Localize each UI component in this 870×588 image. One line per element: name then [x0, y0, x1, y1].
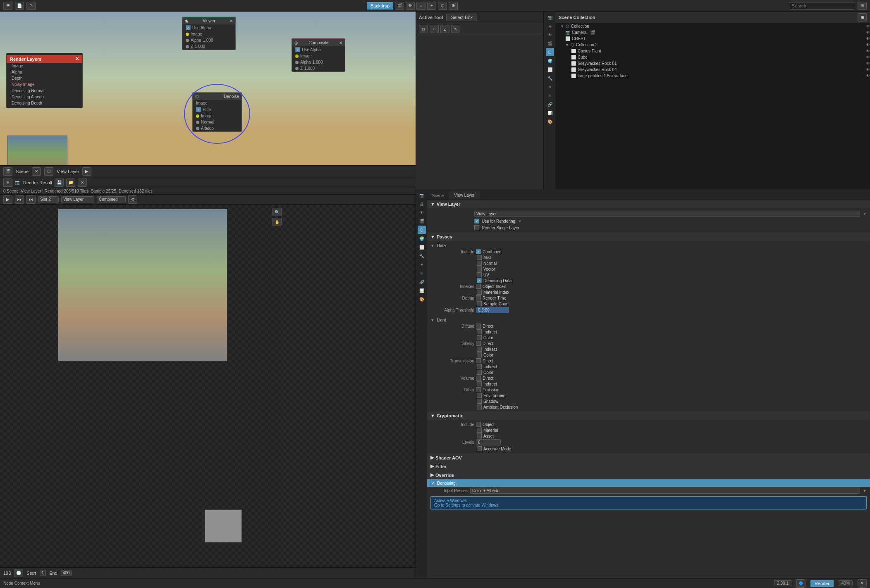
obj-index-cb[interactable]	[476, 284, 481, 289]
object-props-icon[interactable]: ⬜	[546, 65, 554, 74]
phys2-icon[interactable]: ⚛	[418, 269, 426, 277]
crypto-material-cb[interactable]	[477, 428, 482, 433]
emission-cb[interactable]	[476, 387, 481, 392]
normal-cb[interactable]	[477, 261, 482, 266]
physics-props-icon[interactable]: ⚛	[546, 91, 554, 100]
glossy-indirect-cb[interactable]	[477, 347, 482, 352]
vl-icon[interactable]: ⬡	[44, 167, 53, 176]
denoising-close[interactable]: ▼	[863, 488, 867, 493]
sc-collection-eye[interactable]: 👁	[866, 24, 870, 29]
crypto-head[interactable]: ▼ Cryptomatte	[427, 412, 870, 420]
uv-cb[interactable]	[477, 272, 482, 277]
play-icon[interactable]: ▶	[3, 195, 12, 204]
vl-name-field[interactable]: View Layer	[474, 211, 860, 217]
shader-aov-head[interactable]: ▶ Shader AOV	[427, 453, 870, 462]
trans-direct-cb[interactable]	[476, 358, 481, 363]
diffuse-color-cb[interactable]	[477, 335, 482, 340]
blender-menu-icon[interactable]: ☰	[3, 2, 12, 10]
box-icon[interactable]: □	[419, 25, 428, 33]
slot-field[interactable]: Slot 2	[38, 196, 59, 202]
node-icon[interactable]: ⬡	[438, 2, 447, 10]
rr-close-icon[interactable]: ✕	[78, 179, 87, 187]
sc-collection2-arrow[interactable]: ▼	[565, 43, 569, 47]
scene-icon[interactable]: 🎬	[3, 167, 12, 176]
denoise-hdr-cb[interactable]	[196, 107, 201, 112]
viewer-node-close[interactable]: ✕	[229, 19, 233, 23]
viewer-use-alpha-cb[interactable]	[186, 25, 191, 30]
mod2-icon[interactable]: 🔧	[418, 252, 426, 260]
composite-use-alpha-cb[interactable]	[295, 47, 300, 52]
vl-single-cb[interactable]	[474, 225, 479, 230]
data2-icon[interactable]: 📊	[418, 286, 426, 295]
modifier-props-icon[interactable]: 🔧	[546, 74, 554, 82]
rr-menu-icon[interactable]: ≡	[3, 179, 12, 187]
sc-cactus-eye[interactable]: 👁	[866, 49, 870, 53]
backdrop-button[interactable]: Backdrop	[367, 2, 393, 10]
close-bottom-icon[interactable]: ✕	[858, 579, 867, 588]
environment-cb[interactable]	[477, 393, 482, 398]
crypto-accurate-cb[interactable]	[477, 446, 482, 451]
shadow-cb[interactable]	[477, 399, 482, 404]
settings-icon[interactable]: ⚙	[449, 2, 458, 10]
rr-settings-icon[interactable]: ⚙	[128, 195, 137, 204]
world-props-icon[interactable]: 🌍	[546, 57, 554, 65]
help-menu[interactable]: ?	[26, 2, 36, 10]
mat-index-cb[interactable]	[477, 290, 482, 295]
hand-icon[interactable]: ✋	[272, 218, 282, 226]
prev-frame-icon[interactable]: ⏮	[15, 195, 24, 204]
vol-direct-cb[interactable]	[476, 376, 481, 381]
denoising-cb[interactable]	[430, 481, 435, 486]
render2-icon[interactable]: 📷	[418, 191, 426, 199]
start-field[interactable]: 1	[40, 570, 46, 576]
sc-pebbles-eye[interactable]: 👁	[866, 74, 870, 78]
color-albedo-field[interactable]: Color + Albedo	[470, 488, 860, 494]
render-button[interactable]: Render	[810, 580, 834, 587]
output2-icon[interactable]: 🖨	[418, 200, 426, 208]
add-icon[interactable]: +	[427, 2, 436, 10]
particles-props-icon[interactable]: ✦	[546, 83, 554, 91]
world2-icon[interactable]: 🌍	[418, 234, 426, 243]
view2-icon[interactable]: 👁	[418, 208, 426, 217]
crypto-levels-field[interactable]: 6	[476, 439, 501, 445]
scene-props-icon[interactable]: 🎬	[546, 39, 554, 48]
sc-camera-eye[interactable]: 👁	[866, 30, 870, 35]
sc-collection-arrow[interactable]: ▼	[560, 24, 564, 29]
trans-indirect-cb[interactable]	[477, 364, 482, 369]
sc-filter-icon[interactable]: ⊞	[858, 13, 867, 21]
zoom-icon[interactable]: 🔍	[272, 208, 282, 216]
vl-expand-icon[interactable]: ▶	[82, 167, 91, 176]
search-input[interactable]	[789, 2, 855, 10]
combined-cb[interactable]	[476, 249, 481, 254]
part2-icon[interactable]: ✦	[418, 260, 426, 269]
file-menu[interactable]: 📄	[15, 2, 24, 10]
vol-indirect-cb[interactable]	[477, 381, 482, 386]
sc-cube-eye[interactable]: 👁	[866, 55, 870, 60]
vl-section-head[interactable]: ▼ View Layer	[427, 200, 870, 208]
circle-icon[interactable]: ○	[430, 25, 439, 33]
filter-head[interactable]: ▶ Filter	[427, 462, 870, 471]
rr-folder-icon[interactable]: 📁	[66, 179, 75, 187]
constraints-props-icon[interactable]: 🔗	[546, 100, 554, 108]
glossy-direct-cb[interactable]	[476, 341, 481, 346]
render-time-cb[interactable]	[476, 295, 481, 300]
mat2-icon[interactable]: 🎨	[418, 295, 426, 303]
composite-close[interactable]: ✕	[339, 40, 342, 45]
select-icon[interactable]: ⬦	[416, 2, 425, 10]
cursor-icon[interactable]: ↖	[451, 25, 460, 33]
data-props-icon[interactable]: 📊	[546, 109, 554, 117]
vl-use-rendering-cb[interactable]	[474, 219, 479, 224]
scene2-icon[interactable]: 🎬	[418, 217, 426, 225]
vl-props-icon[interactable]: ⬡	[546, 48, 554, 56]
trans-color-cb[interactable]	[477, 370, 482, 375]
vector-cb[interactable]	[477, 267, 482, 271]
const2-icon[interactable]: 🔗	[418, 278, 426, 286]
view-layer-field[interactable]: View Layer	[61, 196, 94, 202]
alpha-threshold-field[interactable]: 0.5:00	[476, 307, 509, 313]
diffuse-direct-cb[interactable]	[476, 324, 481, 329]
sample-count-cb[interactable]	[477, 301, 482, 306]
end-field[interactable]: 400	[61, 570, 72, 576]
sc-rock01-eye[interactable]: 👁	[866, 61, 870, 66]
crypto-object-cb[interactable]	[476, 422, 481, 427]
select-box-button[interactable]: Select Box	[446, 14, 477, 21]
sc-rock04-eye[interactable]: 👁	[866, 67, 870, 72]
